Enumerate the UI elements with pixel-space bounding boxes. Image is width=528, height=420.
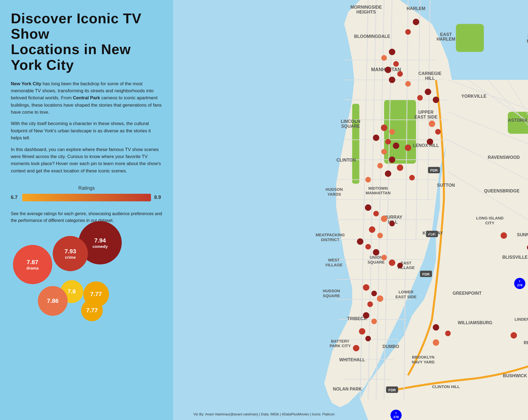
map-pin[interactable] [377,296,383,302]
map-pin[interactable] [393,143,399,149]
map-pin[interactable] [405,81,411,87]
svg-text:CARNEGIE: CARNEGIE [418,71,442,76]
map-pin[interactable] [413,19,419,25]
bubble-value-b1: 7.6 [68,288,76,295]
map-pin[interactable] [389,156,395,163]
map-pin[interactable] [365,244,371,250]
map-pin[interactable] [373,249,380,256]
svg-text:YORKVILLE: YORKVILLE [461,94,486,99]
map-pin[interactable] [365,336,371,342]
map-pin[interactable] [373,211,379,216]
map-pin[interactable] [389,49,395,55]
svg-text:EAST: EAST [440,32,452,37]
svg-text:HUDSON: HUDSON [323,289,340,293]
ratings-max: 8.9 [154,195,162,200]
svg-text:FDR: FDR [422,272,430,276]
map-pin[interactable] [369,226,375,233]
footer-credit: Viz By: Avani Vaishnav(@avani.vaishnav) … [0,412,528,416]
map-pin[interactable] [397,71,403,77]
map-pin[interactable] [365,177,371,183]
svg-text:VILLAGE: VILLAGE [325,263,342,267]
map-pin[interactable] [417,95,423,101]
map-pin[interactable] [381,149,387,155]
left-panel: Discover Iconic TV ShowLocations in New … [0,0,173,420]
svg-text:UPPER: UPPER [418,110,434,114]
map-pin[interactable] [371,319,377,324]
map-pin[interactable] [389,221,395,227]
ratings-section: Ratings 6.7 8.9 [11,185,162,201]
map-pin[interactable] [433,97,439,103]
map-pin[interactable] [373,134,380,141]
bubbles-container: 7.94comedy7.93crime7.87drama7.67.777.867… [11,232,168,324]
map-pin[interactable] [381,124,387,131]
svg-text:CLINTON: CLINTON [336,158,356,162]
svg-text:SUTTON: SUTTON [437,183,455,188]
svg-text:LOWER: LOWER [399,290,414,294]
map-pin[interactable] [409,175,415,181]
svg-text:EAST SIDE: EAST SIDE [414,114,438,119]
svg-text:MIDTOWN: MIDTOWN [368,186,388,191]
map-svg: FDR FDR FDR FDR I 278 I 278 MORNINGSIDE … [173,0,528,420]
bubble-value-crime: 7.93 [65,248,76,255]
map-pin[interactable] [371,291,377,296]
svg-text:RAVENSWOOD: RAVENSWOOD [488,155,520,160]
map-pin[interactable] [367,301,373,307]
map-pin[interactable] [381,255,387,260]
bubble-crime: 7.93crime [53,236,88,271]
ratings-bar[interactable] [22,194,151,201]
svg-text:HEIGHTS: HEIGHTS [356,9,376,14]
svg-text:HARLEM: HARLEM [437,37,455,41]
map-pin[interactable] [359,328,365,335]
map-pin[interactable] [377,233,383,238]
svg-text:WEST: WEST [328,258,340,262]
map-pin[interactable] [381,216,387,222]
map-pin[interactable] [385,139,391,145]
svg-text:I: I [519,279,520,283]
map-pin[interactable] [433,324,439,331]
svg-text:SQUARE: SQUARE [341,124,360,129]
bubble-b3: 7.86 [38,286,68,316]
map-pin[interactable] [389,260,395,266]
map-pin[interactable] [425,89,431,95]
svg-text:MORNINGSIDE: MORNINGSIDE [350,5,382,9]
bubble-value-b2: 7.77 [90,291,102,298]
map-pin[interactable] [353,345,359,352]
map-pin[interactable] [511,332,517,339]
map-pin[interactable] [363,312,369,319]
map-pin[interactable] [389,129,395,135]
map-pin[interactable] [385,67,391,73]
map-pin[interactable] [381,55,387,61]
svg-rect-4 [456,24,484,52]
svg-text:GREENPOINT: GREENPOINT [453,291,481,296]
map-pin[interactable] [405,145,411,151]
map-pin[interactable] [357,238,364,245]
map-pin[interactable] [365,204,371,211]
map-pin[interactable] [501,232,507,239]
map-pin[interactable] [389,77,395,83]
map-pin[interactable] [433,339,439,346]
map-pin[interactable] [363,284,369,291]
bubble-label-drama: drama [26,266,38,270]
svg-text:WHITEHALL: WHITEHALL [339,357,365,362]
map-pin[interactable] [397,263,403,268]
svg-text:HARLEM: HARLEM [407,6,425,11]
map-pin[interactable] [405,29,411,35]
map-pin[interactable] [427,139,433,145]
map-panel: FDR FDR FDR FDR I 278 I 278 MORNINGSIDE … [173,0,528,420]
map-pin[interactable] [385,170,391,177]
page-title: Discover Iconic TV ShowLocations in New … [11,11,162,73]
ratings-bar-container: 6.7 8.9 [11,194,162,201]
genre-text: See the average ratings for each genre, … [11,211,162,224]
map-pin[interactable] [429,121,435,127]
svg-rect-5 [508,112,528,134]
map-pin[interactable] [445,331,451,336]
map-pin[interactable] [377,163,383,169]
svg-rect-3 [352,104,359,184]
description-3: In this dashboard, you can explore where… [11,146,162,175]
map-pin[interactable] [397,165,403,171]
map-pin[interactable] [435,129,441,135]
svg-text:MANHATTAN: MANHATTAN [366,191,391,195]
map-pin[interactable] [393,61,399,67]
svg-text:WILLIAMSBURG: WILLIAMSBURG [458,320,492,325]
svg-text:RIDGEWOOD: RIDGEWOOD [524,340,528,345]
